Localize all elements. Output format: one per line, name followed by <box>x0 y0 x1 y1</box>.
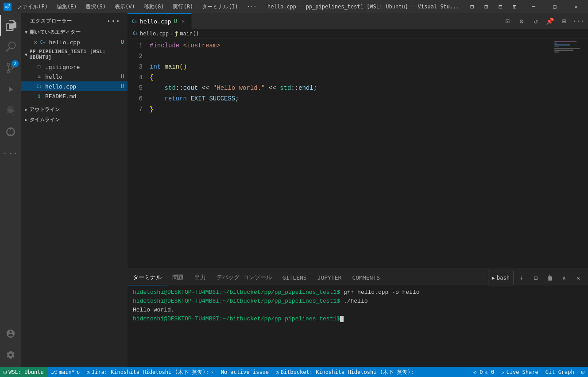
file-hello-cpp-name: hello.cpp <box>45 83 121 90</box>
main-area: 2 ··· <box>0 13 588 367</box>
outline-label: アウトライン <box>30 106 60 113</box>
terminal-tab-gitlens[interactable]: GITLENS <box>277 270 312 285</box>
menu-terminal[interactable]: ターミナル(I) <box>198 2 242 12</box>
code-line-2 <box>146 51 553 62</box>
jira-status[interactable]: ◎ Jira: Kinoshita Hidetoshi (木下 英俊): › <box>83 367 217 377</box>
activity-extensions[interactable] <box>0 100 21 121</box>
timeline-section[interactable]: ▶ タイムライン <box>21 115 128 125</box>
activity-more[interactable]: ··· <box>0 142 21 164</box>
file-hello-badge: U <box>121 73 124 80</box>
terminal-delete-button[interactable]: 🗑 <box>544 272 556 284</box>
open-editors-chevron: ▼ <box>25 30 28 35</box>
menu-edit[interactable]: 編集(E) <box>53 2 81 12</box>
line-num-1: 1 <box>131 40 143 51</box>
file-gitignore[interactable]: ⊟ .gitignore <box>21 62 128 72</box>
terminal-line-3: Hello world. <box>133 306 583 315</box>
layout-options-icon[interactable]: ⊞ <box>509 1 520 12</box>
terminal-close-button[interactable]: ✕ <box>572 272 584 284</box>
tab-history-button[interactable]: ↺ <box>530 15 542 27</box>
new-terminal-button[interactable]: + <box>515 272 528 284</box>
project-header[interactable]: ▼ PP_PIPELINES_TEST1 [WSL: UBUNTU] <box>21 47 128 62</box>
git-graph-status[interactable]: Git Graph <box>542 369 578 375</box>
wsl-status[interactable]: ⊡ WSL: Ubuntu <box>0 367 47 377</box>
activity-run-debug[interactable] <box>0 79 21 100</box>
outline-section[interactable]: ▶ アウトライン <box>21 104 128 115</box>
terminal-tab-problems[interactable]: 問題 <box>167 270 189 285</box>
file-readme[interactable]: ℹ README.md <box>21 91 128 101</box>
code-content[interactable]: #include <iostream> int main() { std::co… <box>146 38 553 268</box>
file-hello-cpp[interactable]: C+ hello.cpp U <box>21 81 128 91</box>
close-button[interactable]: ✕ <box>566 0 586 13</box>
maximize-button[interactable]: □ <box>545 0 565 13</box>
code-editor[interactable]: 1 2 3 4 5 6 7 #include <iostream> int ma… <box>128 38 588 268</box>
terminal-cmd-2: ./hello <box>340 298 368 304</box>
file-hello[interactable]: ≡ hello U <box>21 72 128 81</box>
status-bar: ⊡ WSL: Ubuntu ⎇ main* ↻ ◎ Jira: Kinoshit… <box>0 367 588 377</box>
live-share-status[interactable]: ↗ Live Share <box>498 369 542 375</box>
menu-more[interactable]: ··· <box>244 3 260 11</box>
menu-file[interactable]: ファイル(F) <box>13 2 51 12</box>
terminal-tab-debug[interactable]: デバッグ コンソール <box>211 270 277 285</box>
terminal-scroll-up-button[interactable]: ∧ <box>558 272 570 284</box>
gitignore-icon: ⊟ <box>35 63 43 70</box>
warnings-label: ⚠ 0 <box>485 369 495 375</box>
cpp-file-icon: C+ <box>39 38 46 46</box>
tab-hello-cpp[interactable]: C+ hello.cpp U ✕ <box>128 13 192 29</box>
terminal-tab-comments[interactable]: COMMENTS <box>347 270 385 285</box>
minimize-button[interactable]: ─ <box>523 0 544 13</box>
activity-remote-explorer[interactable] <box>0 121 21 142</box>
branch-label: main* <box>59 369 75 375</box>
remote-status-right[interactable]: ⊡ <box>578 369 588 375</box>
titlebar-left: ファイル(F) 編集(E) 選択(S) 表示(V) 移動(G) 実行(R) ター… <box>0 2 260 12</box>
tab-more-button[interactable]: ··· <box>572 15 584 27</box>
minimap-content <box>553 38 588 55</box>
no-active-issue[interactable]: No active issue <box>217 367 272 377</box>
tab-split-button[interactable]: ⊡ <box>501 15 514 27</box>
code-line-3: int main() <box>146 62 553 72</box>
activity-explorer[interactable] <box>0 15 21 36</box>
tab-pin-button[interactable]: 📌 <box>544 15 556 27</box>
terminal-content[interactable]: hidetoshi@DESKTOP-TU4MB8I:~/bitbucket/pp… <box>128 285 588 367</box>
breadcrumb-file[interactable]: C+ hello.cpp <box>133 31 169 37</box>
menu-run[interactable]: 実行(R) <box>169 2 197 12</box>
terminal-tab-terminal[interactable]: ターミナル <box>128 270 167 285</box>
activity-source-control[interactable]: 2 <box>0 58 21 79</box>
tab-layout-button[interactable]: ⊟ <box>558 15 570 27</box>
open-editor-badge: U <box>121 39 124 45</box>
terminal-tab-output[interactable]: 出力 <box>189 270 211 285</box>
line-num-5: 5 <box>131 83 143 93</box>
terminal-line-1: hidetoshi@DESKTOP-TU4MB8I:~/bitbucket/pp… <box>133 288 583 297</box>
breadcrumb-symbol[interactable]: ƒ main() <box>175 31 199 37</box>
terminal-split-button[interactable]: ⊟ <box>530 272 542 284</box>
open-editors-section[interactable]: ▼ 開いているエディター <box>21 27 128 37</box>
bash-shell-selector[interactable]: ▶ bash <box>488 270 514 285</box>
tab-settings-button[interactable]: ⚙ <box>515 15 528 27</box>
live-share-label: Live Share <box>506 369 538 375</box>
activity-accounts[interactable] <box>0 323 21 344</box>
jira-arrow: › <box>210 369 213 375</box>
terminal-tab-jupyter[interactable]: JUPYTER <box>312 270 347 285</box>
sidebar-toggle-icon[interactable]: ⊡ <box>481 1 491 12</box>
terminal-prompt-2: hidetoshi@DESKTOP-TU4MB8I:~/bitbucket/pp… <box>133 298 340 304</box>
layout-icon[interactable]: ⊟ <box>467 1 477 12</box>
bitbucket-status[interactable]: ◎ Bitbucket: Kinoshita Hidetoshi (木下 英俊)… <box>272 367 418 377</box>
menu-go[interactable]: 移動(G) <box>140 2 168 12</box>
jira-icon: ◎ <box>87 369 90 375</box>
status-right: ⊘ 0 ⚠ 0 ↗ Live Share Git Graph ⊡ <box>470 369 588 375</box>
menu-view[interactable]: 表示(V) <box>111 2 139 12</box>
sidebar-more-button[interactable]: ··· <box>106 17 120 25</box>
tab-close-button[interactable]: ✕ <box>180 18 187 25</box>
panel-toggle-icon[interactable]: ⊟ <box>495 1 506 12</box>
window-title: hello.cpp - pp_pipelines_test1 [WSL: Ubu… <box>260 4 467 10</box>
errors-status[interactable]: ⊘ 0 ⚠ 0 <box>470 369 498 375</box>
breadcrumb: C+ hello.cpp › ƒ main() <box>128 29 588 38</box>
branch-status[interactable]: ⎇ main* ↻ <box>47 367 83 377</box>
no-issue-label: No active issue <box>221 369 269 375</box>
open-editor-hello-cpp[interactable]: ✕ C+ hello.cpp U <box>21 37 128 47</box>
activity-search[interactable] <box>0 36 21 58</box>
breadcrumb-sep1: › <box>170 31 173 36</box>
menu-select[interactable]: 選択(S) <box>82 2 109 12</box>
activity-settings[interactable] <box>0 344 21 365</box>
close-editor-icon[interactable]: ✕ <box>34 38 37 46</box>
line-numbers: 1 2 3 4 5 6 7 <box>128 38 146 268</box>
